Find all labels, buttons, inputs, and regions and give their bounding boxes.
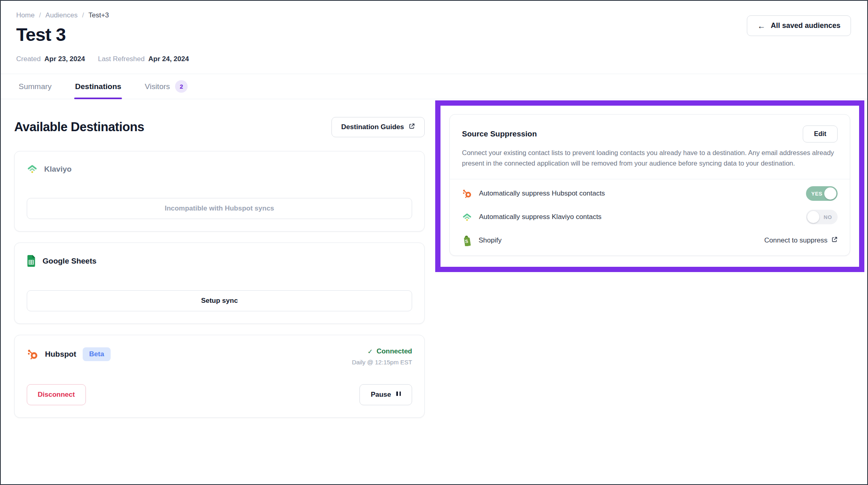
shopify-label: Shopify [479,236,502,245]
edit-button[interactable]: Edit [803,126,838,143]
google-sheets-card-title: Google Sheets [43,257,96,266]
source-suppression-card: Source Suppression Edit Connect your exi… [449,114,850,256]
disconnect-button[interactable]: Disconnect [27,384,86,405]
all-saved-audiences-label: All saved audiences [771,21,840,30]
klaviyo-icon [462,212,472,222]
refreshed-date: Apr 24, 2024 [148,55,189,63]
connect-to-suppress-label: Connect to suppress [764,236,827,245]
breadcrumb-audiences[interactable]: Audiences [45,11,77,19]
connected-label: Connected [376,347,412,355]
sync-schedule: Daily @ 12:15pm EST [352,359,412,366]
breadcrumb-home[interactable]: Home [16,11,34,19]
shopify-row: S Shopify Connect to suppress [462,229,838,252]
source-suppression-description: Connect your existing contact lists to p… [462,148,838,168]
available-destinations-section: Available Destinations Destination Guide… [14,99,425,429]
page-header: Home / Audiences / Test+3 Test 3 ← All s… [1,1,867,63]
shopify-icon: S [462,235,472,246]
google-sheets-card: Google Sheets Setup sync [14,242,425,324]
destination-guides-label: Destination Guides [341,123,404,131]
svg-text:S: S [465,239,468,244]
klaviyo-card: Klaviyo Incompatible with Hubspot syncs [14,151,425,232]
toggle-knob [807,211,819,223]
suppress-klaviyo-label: Automatically suppress Klaviyo contacts [479,213,601,221]
hubspot-icon [462,189,472,199]
available-destinations-heading: Available Destinations [14,120,144,134]
hubspot-icon [27,349,38,360]
visitors-count-badge: 2 [175,80,188,93]
arrow-left-icon: ← [757,22,765,30]
suppress-klaviyo-toggle[interactable]: NO [806,210,838,224]
suppress-hubspot-label: Automatically suppress Hubspot contacts [479,189,605,198]
source-suppression-highlight: Source Suppression Edit Connect your exi… [435,100,864,272]
breadcrumb-separator: / [39,11,41,19]
suppress-hubspot-row: Automatically suppress Hubspot contacts … [462,182,838,205]
pause-button[interactable]: Pause [359,384,412,405]
created-label: Created [16,55,41,63]
beta-badge: Beta [83,347,111,361]
audience-meta: Created Apr 23, 2024 Last Refreshed Apr … [16,55,851,63]
klaviyo-card-title: Klaviyo [44,165,72,174]
setup-sync-button[interactable]: Setup sync [27,290,412,311]
connect-to-suppress-link[interactable]: Connect to suppress [764,236,838,245]
tab-visitors[interactable]: Visitors 2 [145,74,188,99]
breadcrumb: Home / Audiences / Test+3 [16,11,109,19]
pause-label: Pause [371,391,391,399]
breadcrumb-separator: / [82,11,84,19]
external-link-icon [832,236,838,245]
klaviyo-icon [27,164,38,174]
refreshed-label: Last Refreshed [98,55,145,63]
breadcrumb-current: Test+3 [88,11,109,19]
hubspot-card: Hubspot Beta ✓ Connected Daily @ 12:15pm… [14,335,425,418]
source-suppression-title: Source Suppression [462,130,537,138]
external-link-icon [409,123,415,131]
pause-icon [396,391,401,396]
suppress-klaviyo-row: Automatically suppress Klaviyo contacts … [462,205,838,229]
tab-visitors-label: Visitors [145,82,170,91]
suppress-hubspot-toggle[interactable]: YES [806,186,838,201]
hubspot-card-title: Hubspot [45,350,76,359]
check-icon: ✓ [368,348,373,355]
klaviyo-incompatible-button: Incompatible with Hubspot syncs [27,198,412,219]
connection-status: ✓ Connected [352,347,412,355]
created-date: Apr 23, 2024 [44,55,85,63]
tab-summary[interactable]: Summary [19,74,51,99]
toggle-no-label: NO [824,214,832,220]
tab-destinations[interactable]: Destinations [75,74,121,99]
google-sheets-icon [27,255,36,267]
page-title: Test 3 [16,24,109,45]
toggle-knob [824,187,836,200]
toggle-yes-label: YES [811,191,823,197]
all-saved-audiences-button[interactable]: ← All saved audiences [747,15,851,36]
tab-bar: Summary Destinations Visitors 2 [1,74,867,99]
destination-guides-button[interactable]: Destination Guides [331,117,425,137]
